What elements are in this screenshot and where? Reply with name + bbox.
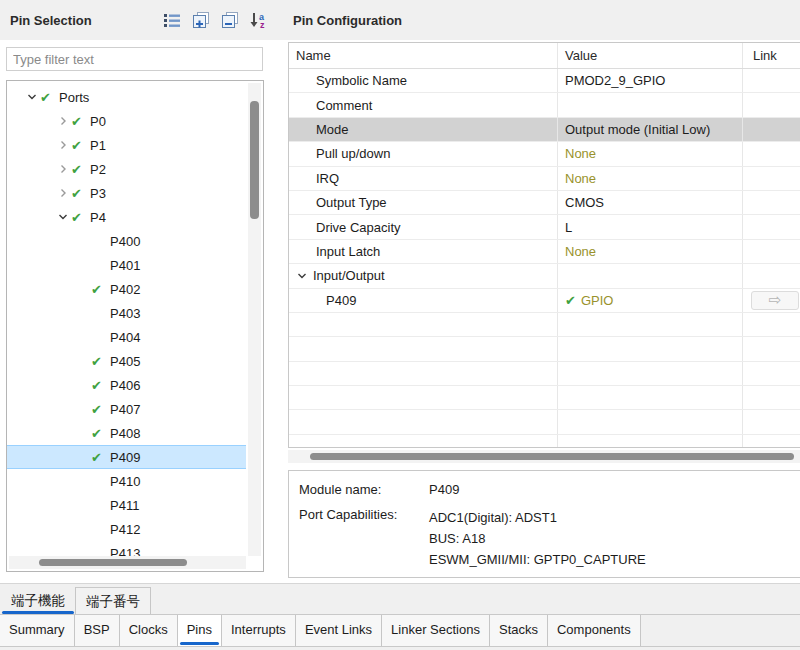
pin-configuration-header: Pin Configuration (283, 0, 800, 40)
config-property-value[interactable]: Output mode (Initial Low) (558, 118, 743, 141)
tree-item-p0[interactable]: ✔P0 (7, 109, 246, 133)
config-row-empty (289, 386, 800, 410)
config-property-link (743, 240, 800, 263)
tree-item-p2[interactable]: ✔P2 (7, 157, 246, 181)
config-row-comment[interactable]: Comment (289, 93, 800, 117)
tree-item-ports[interactable]: ✔Ports (7, 85, 246, 109)
tree-item-p408[interactable]: ✔P408 (7, 421, 246, 445)
config-row-p409[interactable]: P409✔GPIO⇨ (289, 289, 800, 313)
tree-item-label: P0 (90, 114, 106, 129)
tab-stacks[interactable]: Stacks (490, 615, 548, 646)
tab-clocks[interactable]: Clocks (120, 615, 178, 646)
chevron-down-icon[interactable] (23, 92, 40, 102)
config-property-name: Symbolic Name (289, 69, 558, 92)
filter-list-icon[interactable] (162, 11, 182, 29)
config-row-output-type[interactable]: Output TypeCMOS (289, 191, 800, 215)
tree-item-p412[interactable]: P412 (7, 517, 246, 541)
tree-item-label: P401 (110, 258, 140, 273)
config-property-name: Output Type (289, 191, 558, 214)
tree-item-label: P407 (110, 402, 140, 417)
tree-item-label: P404 (110, 330, 140, 345)
config-row-mode[interactable]: ModeOutput mode (Initial Low) (289, 118, 800, 142)
column-header-value[interactable]: Value (558, 43, 743, 68)
collapse-all-icon[interactable] (220, 11, 240, 29)
config-row-drive-capacity[interactable]: Drive CapacityL (289, 215, 800, 239)
config-row-irq[interactable]: IRQNone (289, 167, 800, 191)
tab-summary[interactable]: Summary (0, 615, 75, 646)
config-property-link (743, 264, 800, 287)
config-row-symbolic-name[interactable]: Symbolic NamePMOD2_9_GPIO (289, 69, 800, 93)
filter-input[interactable] (6, 47, 263, 71)
config-row-empty (289, 410, 800, 434)
chevron-right-icon[interactable] (54, 140, 71, 150)
tree-item-label: P413 (110, 546, 140, 557)
tab-bsp[interactable]: BSP (75, 615, 120, 646)
config-property-value[interactable]: None (558, 167, 743, 190)
port-capabilities-list: ADC1(Digital): ADST1BUS: A18ESWM_GMII/MI… (429, 507, 646, 570)
column-header-name[interactable]: Name (289, 43, 558, 68)
chevron-down-icon[interactable] (54, 212, 71, 222)
tree-item-p3[interactable]: ✔P3 (7, 181, 246, 205)
column-header-link[interactable]: Link (743, 43, 800, 68)
config-property-value[interactable]: PMOD2_9_GPIO (558, 69, 743, 92)
table-header-row: Name Value Link (289, 43, 800, 69)
tree-item-p413[interactable]: P413 (7, 541, 246, 556)
config-property-value[interactable] (558, 264, 743, 287)
expand-all-icon[interactable] (191, 11, 211, 29)
subtab-pin-number[interactable]: 端子番号 (76, 587, 151, 614)
scrollbar-thumb[interactable] (250, 101, 259, 219)
tree-item-p400[interactable]: P400 (7, 229, 246, 253)
pin-view-subtab-bar: 端子機能端子番号 (0, 583, 800, 614)
port-capabilities-label: Port Capabilities: (299, 507, 429, 570)
tree-item-p406[interactable]: ✔P406 (7, 373, 246, 397)
pin-details-box: Module name: P409 Port Capabilities: ADC… (288, 470, 800, 578)
chevron-right-icon[interactable] (54, 188, 71, 198)
tree-item-p401[interactable]: P401 (7, 253, 246, 277)
config-property-link (743, 93, 800, 116)
config-row-input-output[interactable]: Input/Output (289, 264, 800, 288)
tree-item-p405[interactable]: ✔P405 (7, 349, 246, 373)
tree-item-p411[interactable]: P411 (7, 493, 246, 517)
tree-item-label: P409 (110, 450, 140, 465)
tree-item-p1[interactable]: ✔P1 (7, 133, 246, 157)
config-row-pull-up-down[interactable]: Pull up/downNone (289, 142, 800, 166)
tab-interrupts[interactable]: Interrupts (222, 615, 296, 646)
table-horizontal-scrollbar[interactable] (288, 450, 800, 463)
tree-item-p402[interactable]: ✔P402 (7, 277, 246, 301)
tree-item-p410[interactable]: P410 (7, 469, 246, 493)
check-icon: ✔ (71, 138, 90, 153)
tab-components[interactable]: Components (548, 615, 641, 646)
tree-item-p403[interactable]: P403 (7, 301, 246, 325)
config-property-value[interactable]: ✔GPIO (558, 289, 743, 312)
chevron-down-icon[interactable] (297, 271, 307, 281)
config-property-value[interactable]: CMOS (558, 191, 743, 214)
tree-item-p404[interactable]: P404 (7, 325, 246, 349)
config-property-name: Comment (289, 93, 558, 116)
config-property-link (743, 167, 800, 190)
config-row-input-latch[interactable]: Input LatchNone (289, 240, 800, 264)
check-icon: ✔ (71, 210, 90, 225)
config-property-value[interactable]: L (558, 215, 743, 238)
sort-alphabetically-icon[interactable]: a z (249, 11, 269, 29)
tree-item-p4[interactable]: ✔P4 (7, 205, 246, 229)
config-property-value[interactable]: None (558, 142, 743, 165)
subtab-pin-function[interactable]: 端子機能 (1, 587, 76, 614)
tab-pins[interactable]: Pins (178, 615, 222, 646)
tree-vertical-scrollbar[interactable] (248, 83, 261, 556)
config-property-value[interactable]: None (558, 240, 743, 263)
tree-item-p409[interactable]: ✔P409 (7, 445, 246, 469)
tab-event-links[interactable]: Event Links (296, 615, 382, 646)
check-icon: ✔ (71, 162, 90, 177)
scrollbar-thumb[interactable] (310, 453, 794, 460)
tab-linker-sections[interactable]: Linker Sections (382, 615, 490, 646)
link-arrow-button[interactable]: ⇨ (751, 291, 799, 310)
tree-item-label: P412 (110, 522, 140, 537)
tree-item-p407[interactable]: ✔P407 (7, 397, 246, 421)
scrollbar-thumb[interactable] (39, 559, 187, 566)
module-name-row: Module name: P409 (299, 482, 800, 497)
chevron-right-icon[interactable] (54, 116, 71, 126)
tree-horizontal-scrollbar[interactable] (9, 556, 246, 569)
config-property-value[interactable] (558, 93, 743, 116)
chevron-right-icon[interactable] (54, 164, 71, 174)
config-property-name: Input Latch (289, 240, 558, 263)
